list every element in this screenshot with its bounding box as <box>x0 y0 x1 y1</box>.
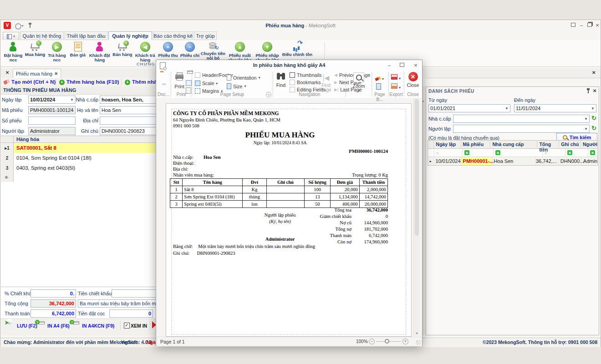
tool-dat-hang-ncc[interactable]: Đặt hàng ncc <box>3 42 24 62</box>
so-phieu-input[interactable] <box>28 116 76 125</box>
close-all-tabs-icon[interactable]: ✕ <box>5 70 9 75</box>
filter-abc-icon[interactable]: a <box>565 149 588 157</box>
chiet-khau-input[interactable]: 0. <box>31 289 76 298</box>
zoom-in-button[interactable]: + <box>402 339 408 344</box>
tool-phieu-chi[interactable]: −Phiếu chi <box>179 42 200 58</box>
ribbon-tab-quan-tri[interactable]: Quản trị hệ thống <box>20 31 64 40</box>
print-a4-button[interactable]: IN A4 (F6) <box>47 323 70 329</box>
dialog-zoom-value: 100% <box>356 339 368 344</box>
col-ma-phieu[interactable]: Mã phiếu <box>461 141 491 148</box>
phieu-grid-row[interactable]: ▸ 10/01/2024 PMH00001-... Hoa Sen 36,742… <box>428 157 597 165</box>
highlighted-cell[interactable]: PMH00001-... <box>461 157 492 165</box>
print-a4kcn-button[interactable]: IN A4KCN (F9) <box>82 323 114 329</box>
window-restore-button[interactable] <box>586 23 593 28</box>
dat-coc-input[interactable]: 0 <box>109 309 153 318</box>
tool-tra-hang-ncc[interactable]: ▶Trả hàng ncc <box>46 42 67 62</box>
scrollbar-thumb[interactable] <box>415 99 419 236</box>
to-date-combo[interactable]: 11/01/2024▼ <box>514 104 596 112</box>
dialog-maximize-button[interactable] <box>399 63 405 68</box>
size-button[interactable]: Size▾ <box>227 83 246 89</box>
ribbon-tab-bao-cao[interactable]: Báo cáo thống kê <box>153 31 193 40</box>
first-page-icon: |◀ <box>323 74 329 81</box>
section-title: THÔNG TIN PHIẾU MUA HÀNG <box>3 87 76 93</box>
thumbnails-button[interactable]: Thumbnails <box>290 72 321 78</box>
add-item-button[interactable]: Thêm hàng hóa (F10) <box>66 79 119 85</box>
tool-bao-gia[interactable]: Báo giá <box>68 42 87 57</box>
invoice-total-row: Tổng nợ181,702,000 <box>255 227 388 232</box>
zoom-out-button[interactable]: − <box>369 339 375 344</box>
col-nguoi[interactable]: Người <box>581 141 597 148</box>
tab-strip-close-icon[interactable]: ✕ <box>592 70 596 75</box>
quick-access-caret-icon[interactable]: ▾ <box>22 24 24 28</box>
window-close-button[interactable]: × <box>594 23 601 28</box>
tool-chuyen-tien[interactable]: Chuyển tiền nội bộ <box>200 42 226 61</box>
panel-creator-combo[interactable]: ▼ <box>453 125 590 133</box>
dialog-close-button[interactable]: ✕ Close <box>406 72 420 88</box>
ngay-lap-combo[interactable]: 10/01/2024▼ <box>28 96 76 104</box>
zoom-button[interactable]: Zoom ▾ <box>351 72 367 93</box>
ribbon-tab-tro-giup[interactable]: Trợ giúp <box>194 31 217 40</box>
col-ngay-lap[interactable]: Ngày lập <box>434 141 461 148</box>
panel-supplier-combo[interactable]: ▼ <box>453 115 590 123</box>
grid-filter-row[interactable]: = a a = a a <box>428 149 597 157</box>
invoice-items-table: Stt Tên hàng Đvt Ghi chú Số lượng Đơn gi… <box>170 178 388 208</box>
tool-dieu-chinh-ton[interactable]: Điều chỉnh tồn <box>281 42 313 57</box>
doc-tab-close-icon[interactable]: ✕ <box>54 71 58 76</box>
watermark-button[interactable]: ▾ <box>375 74 384 82</box>
invoice-address: 64 Nguyễn Đình Chiểu, Phường Đa Kao, Quậ… <box>173 117 280 122</box>
xem-in-checkbox[interactable]: ✓ <box>124 323 130 329</box>
doc-tab-phieu-mua-hang[interactable]: Phiếu mua hàng ✕ <box>13 69 61 78</box>
col-ghi-chu[interactable]: Ghi chú <box>559 141 581 148</box>
filter-abc-icon[interactable]: a <box>463 149 494 157</box>
ribbon-tab-thiet-lap[interactable]: Thiết lập ban đầu <box>65 31 107 40</box>
thanh-toan-input[interactable]: 6,742,000 <box>31 309 76 318</box>
window-fullscreen-button[interactable] <box>570 23 576 28</box>
scrollbar-down-icon[interactable]: ▼ <box>415 332 418 335</box>
supplier-refresh-icon[interactable]: ↻ <box>591 115 596 121</box>
filter-eq-icon[interactable]: = <box>434 149 463 157</box>
scale-button[interactable]: Scale▾ <box>195 81 218 86</box>
stock-out-icon: ▲ <box>235 42 245 52</box>
page-setup-launcher-icon[interactable]: ↘ <box>266 92 271 97</box>
new-button[interactable]: Tạo mới (Ctrl + N) <box>11 79 56 85</box>
tool-ban-hang[interactable]: ↑Bán hàng <box>112 42 133 57</box>
col-nha-cung-cap[interactable]: Nhà cung cấp <box>490 141 537 148</box>
panel-close-icon[interactable]: ✕ <box>593 88 596 93</box>
from-date-combo[interactable]: 01/01/2021▼ <box>428 104 510 112</box>
page-color-button[interactable] <box>376 83 381 91</box>
quick-access-pin-icon[interactable] <box>28 23 32 28</box>
export-send-button[interactable]: ▾ <box>391 82 401 91</box>
thumbnails-icon <box>290 72 295 78</box>
resize-grip-icon[interactable] <box>416 340 421 345</box>
print-grid-button[interactable] <box>186 80 192 86</box>
dialog-minimize-button[interactable]: – <box>386 63 392 68</box>
dialog-close-x-button[interactable]: × <box>413 63 419 68</box>
quick-access-circle-icon[interactable] <box>15 23 21 30</box>
filter-abc-icon[interactable]: a <box>494 149 543 157</box>
invoice-staff-label: Nhân viên mua hàng: <box>173 172 214 177</box>
find-button[interactable]: Find <box>275 73 287 88</box>
to-date-label: Đến ngày <box>514 97 535 103</box>
tool-khach-tra-hang[interactable]: ◀Khách trả hàng <box>134 42 157 62</box>
thanh-toan-label: Thanh toán <box>5 311 30 316</box>
export-document-button[interactable]: ▾ <box>391 73 401 81</box>
app-menu-button[interactable]: ▾ <box>3 32 19 41</box>
tool-phieu-thu[interactable]: +Phiếu thu <box>158 42 178 58</box>
tong-cong-label: Tổng cộng <box>5 301 28 306</box>
field-label-ngay-lap: Ngày lập <box>2 97 21 102</box>
layout-icon <box>7 34 12 39</box>
xem-in-label[interactable]: XEM IN <box>131 323 147 329</box>
col-tong-tien[interactable]: Tổng tiền <box>537 141 559 148</box>
filter-eq-icon[interactable]: = <box>543 149 565 157</box>
print-button[interactable]: Print <box>174 73 185 89</box>
zoom-slider-thumb[interactable] <box>385 339 389 344</box>
ribbon-tab-quan-ly-nghiep-vu[interactable]: Quản lý nghiệp vụ <box>108 31 152 40</box>
tool-khach-dat-hang[interactable]: Khách đặt hàng <box>88 42 111 62</box>
preview-scrollbar[interactable]: ▼ <box>413 98 420 336</box>
tool-mua-hang[interactable]: ↓Mua hàng <box>25 42 46 57</box>
orientation-button[interactable]: Orientation▾ <box>227 75 260 81</box>
panel-pin-icon[interactable] <box>586 88 590 94</box>
window-minimize-button[interactable]: – <box>578 23 585 28</box>
creator-refresh-icon[interactable]: ↻ <box>591 125 596 131</box>
filter-abc-icon[interactable]: a <box>588 149 597 157</box>
